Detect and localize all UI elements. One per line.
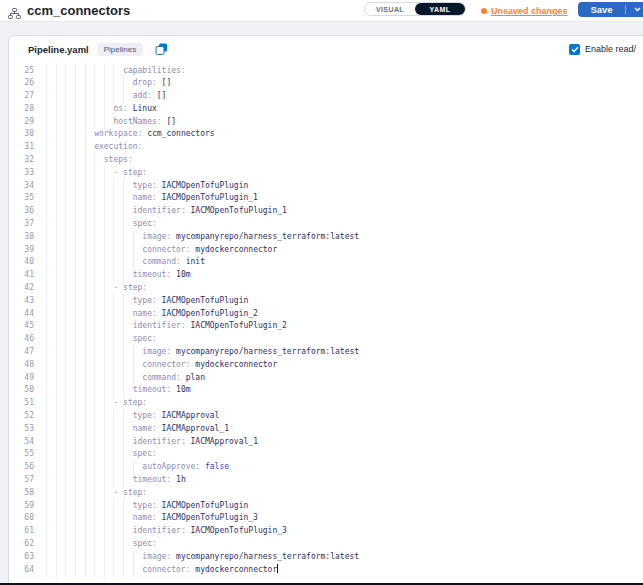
- line-number: 47: [9, 346, 34, 359]
- line-number: 37: [9, 218, 34, 231]
- line-number: 26: [9, 77, 34, 90]
- text-cursor: [277, 564, 278, 573]
- toggle-option-visual[interactable]: VISUAL: [365, 3, 415, 15]
- code-line[interactable]: 30 workspace: ccm_connectors: [9, 128, 643, 141]
- line-number: 33: [9, 167, 34, 180]
- code-line[interactable]: 29 hostNames: []: [9, 116, 643, 129]
- save-split-button: Save: [578, 2, 643, 17]
- line-number: 64: [9, 564, 34, 577]
- line-number: 35: [9, 192, 34, 205]
- checkbox-checked-icon[interactable]: [569, 44, 580, 55]
- line-number: 45: [9, 320, 34, 333]
- line-number: 27: [9, 90, 34, 103]
- line-number: 49: [9, 372, 34, 385]
- pipeline-studio-window: ccm_connectors VISUAL YAML Unsaved chang…: [0, 0, 643, 585]
- line-number: 63: [9, 551, 34, 564]
- line-number: 50: [9, 384, 34, 397]
- unsaved-changes: Unsaved changes: [481, 0, 568, 22]
- save-button[interactable]: Save: [578, 2, 625, 17]
- line-number: 60: [9, 512, 34, 525]
- pipeline-title: ccm_connectors: [27, 0, 130, 22]
- toggle-option-yaml[interactable]: YAML: [415, 3, 465, 15]
- line-number: 40: [9, 256, 34, 269]
- line-number: 29: [9, 116, 34, 129]
- enable-edit-control[interactable]: Enable read/: [569, 36, 636, 62]
- code-line[interactable]: 31 execution:: [9, 141, 643, 154]
- line-number: 41: [9, 269, 34, 282]
- line-number: 43: [9, 295, 34, 308]
- line-number: 32: [9, 154, 34, 167]
- line-number: 58: [9, 487, 34, 500]
- entity-type-badge: Pipelines: [97, 43, 143, 56]
- line-number: 25: [9, 65, 34, 78]
- save-dropdown-button[interactable]: [626, 2, 643, 17]
- line-number: 51: [9, 397, 34, 410]
- line-number: 30: [9, 128, 34, 141]
- line-number: 59: [9, 500, 34, 513]
- line-number: 44: [9, 308, 34, 321]
- unsaved-dot-icon: [481, 8, 487, 14]
- line-number: 36: [9, 205, 34, 218]
- enable-edit-label: Enable read/: [585, 44, 636, 54]
- line-number: 28: [9, 103, 34, 116]
- line-number: 62: [9, 538, 34, 551]
- editor-tabbar: Pipeline.yaml Pipelines Enable read/: [9, 36, 643, 62]
- line-number: 54: [9, 436, 34, 449]
- visual-yaml-toggle[interactable]: VISUAL YAML: [364, 2, 466, 16]
- code-line[interactable]: 64 connector: mydockerconnector: [9, 564, 643, 577]
- chevron-down-icon: [634, 7, 641, 12]
- line-number: 38: [9, 231, 34, 244]
- line-number: 55: [9, 448, 34, 461]
- yaml-editor-panel: Pipeline.yaml Pipelines Enable read/ 25 …: [8, 35, 643, 585]
- pipeline-icon: [8, 5, 21, 23]
- line-number: 39: [9, 244, 34, 257]
- yaml-editor[interactable]: 25 capabilities:26 drop: []27 add: []28 …: [9, 62, 643, 585]
- line-number: 42: [9, 282, 34, 295]
- line-number: 52: [9, 410, 34, 423]
- unsaved-changes-link[interactable]: Unsaved changes: [491, 6, 568, 16]
- line-number: 31: [9, 141, 34, 154]
- copy-icon[interactable]: [155, 43, 168, 56]
- file-name: Pipeline.yaml: [28, 44, 89, 55]
- line-number: 46: [9, 333, 34, 346]
- line-number: 53: [9, 423, 34, 436]
- line-number: 61: [9, 525, 34, 538]
- line-number: 34: [9, 180, 34, 193]
- line-number: 48: [9, 359, 34, 372]
- line-number: 57: [9, 474, 34, 487]
- top-header: ccm_connectors VISUAL YAML Unsaved chang…: [0, 0, 643, 22]
- line-number: 56: [9, 461, 34, 474]
